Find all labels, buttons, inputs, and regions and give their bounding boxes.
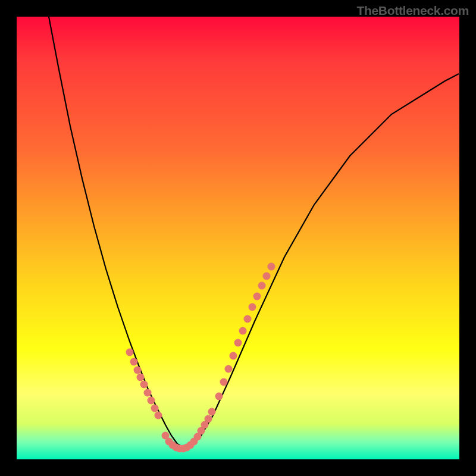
dot-segments-group <box>126 263 275 453</box>
curve-dot <box>144 389 152 397</box>
curve-dot <box>225 365 233 373</box>
curve-dot <box>130 358 138 366</box>
curve-dot <box>148 397 155 405</box>
curve-dot <box>268 263 275 271</box>
curve-dot <box>249 303 256 311</box>
curve-dot <box>244 315 252 323</box>
curve-dot <box>208 408 216 416</box>
watermark-text: TheBottleneck.com <box>356 4 469 18</box>
curve-dot <box>140 381 148 389</box>
curve-dot <box>258 282 266 290</box>
curve-dot <box>155 412 162 419</box>
bottleneck-curve <box>49 17 459 447</box>
curve-dot <box>220 378 228 386</box>
curve-dot <box>239 327 247 335</box>
curve-svg <box>17 17 459 459</box>
curve-dot <box>134 367 142 374</box>
curve-dot <box>263 273 271 280</box>
curve-dot <box>205 415 212 423</box>
curve-dot <box>137 374 145 381</box>
curve-dot <box>151 405 159 412</box>
curve-dot <box>234 339 242 347</box>
curve-dot <box>126 349 134 356</box>
plot-area <box>17 17 459 459</box>
curve-dot <box>253 293 261 300</box>
chart-container: TheBottleneck.com <box>0 0 476 476</box>
curve-dot <box>215 393 223 400</box>
curve-dot <box>230 352 237 360</box>
